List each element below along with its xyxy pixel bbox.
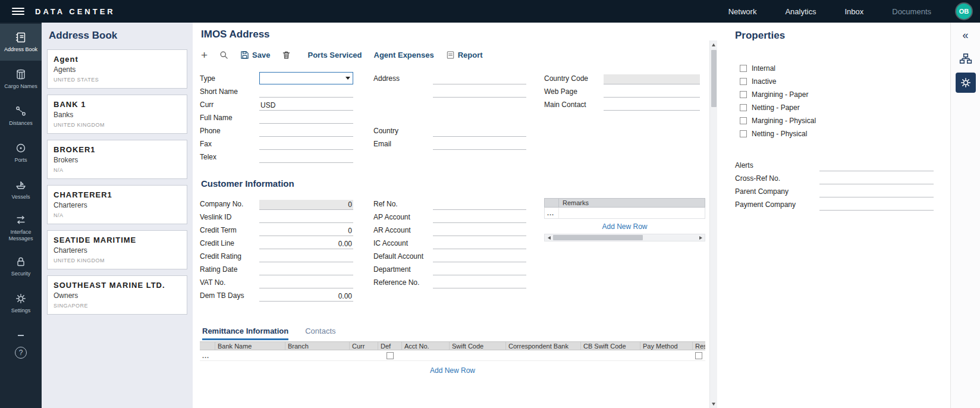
card-country: N/A <box>54 167 181 173</box>
checkbox-netting-paper[interactable]: Netting - Paper <box>740 101 934 114</box>
curr-input[interactable] <box>259 101 353 111</box>
country-input[interactable] <box>433 127 526 137</box>
sidebar-item-settings[interactable]: Settings <box>0 285 42 322</box>
sidebar-item-label: Vessels <box>11 194 30 200</box>
cross-ref-no-input[interactable] <box>819 174 934 184</box>
country-code-input[interactable] <box>604 74 700 84</box>
nav-network[interactable]: Network <box>728 7 757 16</box>
row-handle-icon[interactable]: ... <box>200 350 215 360</box>
scroll-right-icon[interactable] <box>696 234 705 241</box>
ap-account-input[interactable] <box>433 213 526 223</box>
ic-account-input[interactable] <box>433 239 526 249</box>
nav-documents[interactable]: Documents <box>892 7 931 16</box>
main-vertical-scrollbar[interactable] <box>709 40 717 408</box>
top-nav: Network Analytics Inbox Documents OB <box>728 4 972 19</box>
checkbox-margining-physical[interactable]: Margining - Physical <box>740 114 934 127</box>
internal-checkbox[interactable] <box>740 65 747 72</box>
address-card[interactable]: CHARTERER1 Charterers N/A <box>47 185 187 224</box>
remarks-horizontal-scrollbar[interactable] <box>544 234 705 241</box>
sidebar-item-security[interactable]: Security <box>0 248 42 285</box>
veslink-id-input[interactable] <box>259 213 353 223</box>
row-handle-icon[interactable]: ... <box>545 208 559 218</box>
tab-contacts[interactable]: Contacts <box>305 327 335 340</box>
remarks-row[interactable]: ... <box>544 208 705 219</box>
scrollbar-thumb[interactable] <box>553 235 643 240</box>
short-name-input[interactable] <box>259 87 353 98</box>
menu-icon[interactable] <box>12 8 24 15</box>
web-page-input[interactable] <box>604 87 700 98</box>
padlock-icon <box>15 256 27 268</box>
ports-serviced-button[interactable]: Ports Serviced <box>307 51 362 59</box>
default-account-input[interactable] <box>433 252 526 262</box>
address-card[interactable]: BANK 1 Banks UNITED KINGDOM <box>47 95 187 134</box>
tab-remittance-information[interactable]: Remittance Information <box>202 327 288 340</box>
netting-physical-checkbox[interactable] <box>740 130 747 137</box>
res-pb-checkbox[interactable] <box>695 352 702 359</box>
remittance-add-new-row-link[interactable]: Add New Row <box>200 366 705 375</box>
checkbox-internal[interactable]: Internal <box>740 62 934 75</box>
checkbox-netting-physical[interactable]: Netting - Physical <box>740 127 934 140</box>
hierarchy-icon[interactable] <box>959 52 972 65</box>
add-icon[interactable]: + <box>201 49 208 61</box>
field-label: Web Page <box>544 87 604 98</box>
ref-no-input[interactable] <box>433 200 526 210</box>
email-input[interactable] <box>433 140 526 150</box>
scroll-up-icon[interactable] <box>710 40 717 49</box>
sidebar-item-cargo-names[interactable]: Cargo Names <box>0 61 42 98</box>
user-avatar[interactable]: OB <box>956 4 972 19</box>
credit-rating-input[interactable] <box>259 252 353 262</box>
scroll-down-icon[interactable] <box>710 400 717 408</box>
checkbox-inactive[interactable]: Inactive <box>740 75 934 88</box>
margining-paper-checkbox[interactable] <box>740 91 747 98</box>
save-icon <box>240 51 249 59</box>
address-card[interactable]: SEATIDE MARITIME Charterers UNITED KINGD… <box>47 230 187 269</box>
sidebar-item-vessels[interactable]: Vessels <box>0 171 42 208</box>
inactive-checkbox[interactable] <box>740 78 747 85</box>
company-no-input[interactable] <box>259 200 353 210</box>
nav-analytics[interactable]: Analytics <box>785 7 816 16</box>
save-button[interactable]: Save <box>240 51 270 59</box>
sidebar-item-address-book[interactable]: Address Book <box>0 24 42 61</box>
address-card[interactable]: BROKER1 Brokers N/A <box>47 140 187 179</box>
dem-tb-days-input[interactable] <box>259 291 353 302</box>
address-card[interactable]: SOUTHEAST MARINE LTD. Owners SINGAPORE <box>47 275 187 315</box>
checkbox-margining-paper[interactable]: Margining - Paper <box>740 88 934 101</box>
address-line2-input[interactable] <box>433 87 526 98</box>
remittance-row[interactable]: ... <box>200 350 705 361</box>
properties-gear-button[interactable] <box>956 73 976 93</box>
sidebar-item-ports[interactable]: Ports <box>0 134 42 171</box>
full-name-input[interactable] <box>259 114 353 124</box>
telex-input[interactable] <box>259 153 353 163</box>
collapse-panel-icon[interactable]: « <box>960 27 970 43</box>
sidebar-item-distances[interactable]: Distances <box>0 98 42 134</box>
agent-expenses-button[interactable]: Agent Expenses <box>374 51 434 59</box>
alerts-input[interactable] <box>819 161 934 171</box>
delete-icon[interactable] <box>282 51 291 59</box>
scroll-left-icon[interactable] <box>545 234 553 241</box>
rating-date-input[interactable] <box>259 265 353 275</box>
nav-inbox[interactable]: Inbox <box>844 7 863 16</box>
vat-no-input[interactable] <box>259 278 353 288</box>
credit-term-input[interactable] <box>259 226 353 236</box>
remarks-add-new-row-link[interactable]: Add New Row <box>544 219 705 234</box>
def-checkbox[interactable] <box>387 352 394 359</box>
scrollbar-thumb[interactable] <box>711 50 717 107</box>
main-contact-input[interactable] <box>604 101 700 111</box>
report-button[interactable]: Report <box>446 51 483 59</box>
type-select[interactable] <box>259 72 353 84</box>
reference-no-input[interactable] <box>433 278 526 288</box>
address-card[interactable]: Agent Agents UNITED STATES <box>47 49 187 89</box>
credit-line-input[interactable] <box>259 239 353 249</box>
payment-company-input[interactable] <box>819 200 934 211</box>
sidebar-item-interface-messages[interactable]: Interface Messages <box>0 208 42 248</box>
fax-input[interactable] <box>259 140 353 150</box>
department-input[interactable] <box>433 265 526 275</box>
parent-company-input[interactable] <box>819 187 934 197</box>
help-icon[interactable]: ? <box>15 347 27 359</box>
ar-account-input[interactable] <box>433 226 526 236</box>
margining-physical-checkbox[interactable] <box>740 117 747 124</box>
search-icon[interactable] <box>219 51 228 59</box>
netting-paper-checkbox[interactable] <box>740 104 747 111</box>
phone-input[interactable] <box>259 127 353 137</box>
address-input[interactable] <box>433 74 526 84</box>
